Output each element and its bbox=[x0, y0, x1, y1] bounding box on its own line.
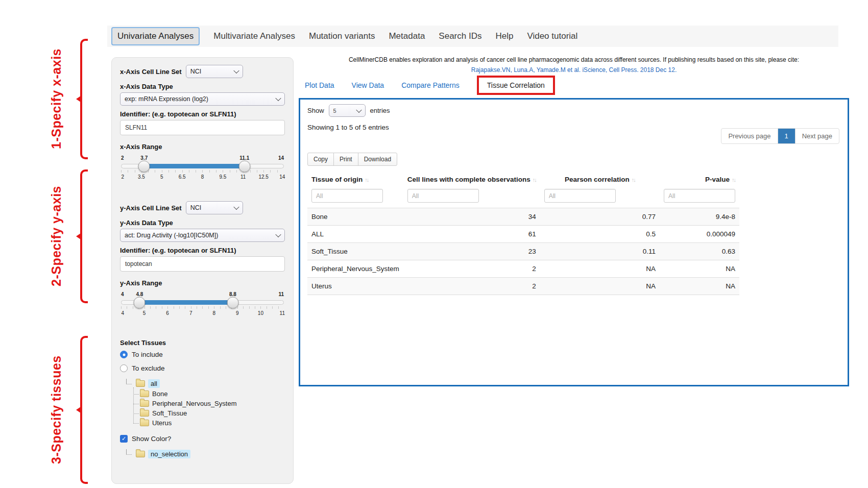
filter-cell-lines-input[interactable] bbox=[407, 189, 479, 203]
nav-tab-search-ids[interactable]: Search IDs bbox=[439, 31, 481, 41]
col-header-p-value[interactable]: P-value bbox=[660, 171, 739, 188]
table-row[interactable]: Bone 34 0.77 9.4e-8 bbox=[307, 208, 739, 226]
show-label: Show bbox=[307, 107, 324, 114]
annotation-step3-label: 3-Specify tissues bbox=[49, 336, 69, 484]
tree-node-uterus[interactable]: Uterus bbox=[140, 418, 285, 428]
cell-count: 2 bbox=[403, 278, 540, 295]
y-axis-identifier-input[interactable] bbox=[120, 256, 285, 272]
tick-label: 7 bbox=[189, 310, 192, 316]
tick-label: 10 bbox=[258, 310, 263, 316]
table-row[interactable]: Uterus 2 NA NA bbox=[307, 278, 739, 295]
col-header-label: Tissue of origin bbox=[311, 176, 363, 183]
to-include-label: To include bbox=[132, 351, 163, 358]
y-range-min-label: 4 bbox=[121, 291, 124, 297]
previous-page-button[interactable]: Previous page bbox=[721, 129, 777, 143]
x-axis-identifier-input[interactable] bbox=[120, 120, 285, 135]
filter-tissue-input[interactable] bbox=[311, 189, 383, 203]
x-axis-cell-line-set-select[interactable]: NCI bbox=[186, 65, 243, 78]
cell-p-value: 9.4e-8 bbox=[660, 208, 739, 226]
table-row[interactable]: Peripheral_Nervous_System 2 NA NA bbox=[307, 260, 739, 278]
folder-icon bbox=[136, 380, 145, 387]
cell-tissue: Soft_Tissue bbox=[307, 243, 403, 260]
entries-label: entries bbox=[370, 107, 390, 114]
radio-checked-icon[interactable] bbox=[120, 351, 128, 358]
cell-pearson: 0.77 bbox=[540, 208, 660, 226]
entries-count-value: 5 bbox=[333, 108, 336, 114]
filter-p-value-input[interactable] bbox=[664, 189, 735, 203]
tree-connector bbox=[126, 449, 132, 455]
citation-link[interactable]: Rajapakse.VN, Luna.A, Yamade.M et al. iS… bbox=[299, 66, 849, 74]
tree-node-soft-tissue[interactable]: Soft_Tissue bbox=[140, 408, 285, 418]
next-page-button[interactable]: Next page bbox=[795, 129, 839, 143]
slider-handle-low[interactable] bbox=[134, 297, 146, 308]
y-axis-data-type-select[interactable]: act: Drug Activity (-log10[IC50M]) bbox=[120, 229, 285, 242]
tree-node-bone[interactable]: Bone bbox=[140, 389, 285, 399]
table-row[interactable]: ALL 61 0.5 0.000049 bbox=[307, 226, 739, 243]
tick-label: 2 bbox=[121, 174, 124, 180]
cell-pearson: NA bbox=[540, 278, 660, 295]
x-axis-range-slider[interactable]: 2 3.7 11.1 14 2 3.5 5 6.5 8 9.5 11 12.5 … bbox=[121, 164, 284, 168]
annotation-step3-brace bbox=[80, 336, 88, 484]
cell-tissue: ALL bbox=[307, 226, 403, 243]
cell-pearson: 0.5 bbox=[540, 226, 660, 243]
y-axis-cell-line-set-value: NCI bbox=[190, 204, 202, 211]
sort-icon[interactable] bbox=[732, 177, 735, 183]
y-axis-cell-line-set-select[interactable]: NCI bbox=[186, 201, 243, 214]
copy-button[interactable]: Copy bbox=[307, 153, 334, 166]
citation-text: CellMinerCDB enables exploration and ana… bbox=[299, 56, 849, 63]
x-axis-data-type-select[interactable]: exp: mRNA Expression (log2) bbox=[120, 92, 285, 106]
col-header-pearson-correlation[interactable]: Pearson correlation bbox=[540, 171, 660, 188]
tab-compare-patterns[interactable]: Compare Patterns bbox=[401, 81, 460, 89]
sort-icon[interactable] bbox=[533, 177, 536, 183]
show-color-option[interactable]: ✓ Show Color? bbox=[120, 435, 285, 443]
slider-handle-high[interactable] bbox=[238, 160, 250, 172]
y-axis-range-slider[interactable]: 4 4.8 8.8 11 4 5 6 7 8 9 10 11 bbox=[121, 300, 284, 305]
tree-node-all[interactable]: all bbox=[126, 378, 285, 389]
col-header-tissue-of-origin[interactable]: Tissue of origin bbox=[307, 171, 403, 188]
col-header-cell-lines[interactable]: Cell lines with complete observations bbox=[403, 171, 540, 188]
annotation-step2-label: 2-Specify y-axis bbox=[49, 169, 69, 303]
page-1-button[interactable]: 1 bbox=[778, 129, 795, 143]
cell-count: 2 bbox=[403, 260, 540, 278]
tick-label: 9 bbox=[236, 310, 239, 316]
tree-node-peripheral-nervous-system[interactable]: Peripheral_Nervous_System bbox=[140, 399, 285, 408]
tab-view-data[interactable]: View Data bbox=[352, 81, 384, 89]
cell-tissue: Bone bbox=[307, 208, 403, 226]
tab-tissue-correlation[interactable]: Tissue Correlation bbox=[477, 76, 555, 95]
cell-count: 61 bbox=[403, 226, 540, 243]
tree-node-no-selection-label: no_selection bbox=[148, 450, 190, 458]
nav-tab-metadata[interactable]: Metadata bbox=[389, 31, 425, 41]
nav-tab-video-tutorial[interactable]: Video tutorial bbox=[527, 31, 577, 41]
cell-count: 34 bbox=[403, 208, 540, 226]
folder-icon bbox=[140, 391, 149, 397]
tissue-tree: all Bone Peripheral_Nervous_System Soft_… bbox=[126, 378, 285, 428]
nav-tab-mutation-variants[interactable]: Mutation variants bbox=[309, 31, 375, 41]
nav-tab-help[interactable]: Help bbox=[495, 31, 513, 41]
download-button[interactable]: Download bbox=[358, 153, 397, 166]
slider-handle-high[interactable] bbox=[227, 297, 238, 308]
tissue-correlation-panel: Show 5 entries Showing 1 to 5 of 5 entri… bbox=[299, 98, 849, 386]
tick-label: 4 bbox=[121, 310, 124, 316]
tree-node-no-selection[interactable]: no_selection bbox=[126, 449, 285, 459]
entries-count-select[interactable]: 5 bbox=[329, 104, 366, 117]
selection-tree: no_selection bbox=[126, 449, 285, 459]
slider-handle-low[interactable] bbox=[138, 160, 150, 172]
sort-icon[interactable] bbox=[365, 177, 368, 183]
sort-icon[interactable] bbox=[632, 177, 635, 183]
tick-label: 5 bbox=[160, 174, 163, 180]
x-range-min-label: 2 bbox=[121, 155, 124, 161]
radio-unchecked-icon[interactable] bbox=[120, 364, 128, 372]
nav-tab-univariate-analyses[interactable]: Univariate Analyses bbox=[111, 27, 200, 45]
nav-tab-multivariate-analyses[interactable]: Multivariate Analyses bbox=[213, 31, 295, 41]
checkbox-checked-icon[interactable]: ✓ bbox=[120, 435, 128, 443]
tick-label: 11 bbox=[280, 310, 285, 316]
cell-count: 23 bbox=[403, 243, 540, 260]
to-include-option[interactable]: To include bbox=[120, 351, 285, 358]
tab-plot-data[interactable]: Plot Data bbox=[305, 81, 334, 89]
cell-p-value: 0.000049 bbox=[660, 226, 739, 243]
filter-pearson-input[interactable] bbox=[544, 189, 616, 203]
print-button[interactable]: Print bbox=[333, 153, 358, 166]
chevron-down-icon bbox=[233, 204, 239, 210]
to-exclude-option[interactable]: To exclude bbox=[120, 364, 285, 372]
table-row[interactable]: Soft_Tissue 23 0.11 0.63 bbox=[307, 243, 739, 260]
